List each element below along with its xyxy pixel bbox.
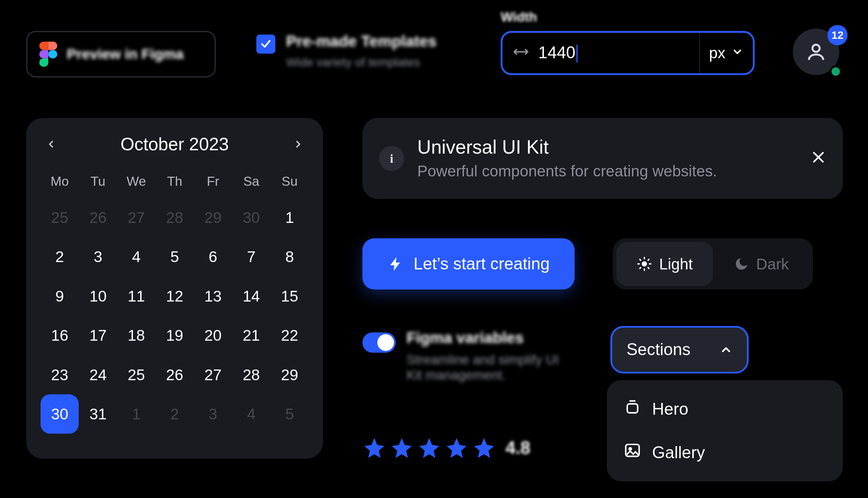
info-icon: i: [379, 146, 404, 171]
calendar-day[interactable]: 14: [232, 276, 270, 316]
calendar-day[interactable]: 11: [117, 276, 155, 316]
rating: 4.8: [362, 436, 530, 460]
calendar-day[interactable]: 4: [232, 394, 270, 433]
theme-dark-label: Dark: [756, 255, 789, 273]
premade-templates-checkbox-group: Pre-made Templates Wide variety of templ…: [256, 32, 436, 69]
chevron-left-icon: [47, 140, 56, 149]
calendar-day[interactable]: 29: [194, 198, 232, 237]
sun-icon: [637, 256, 652, 272]
svg-point-0: [813, 45, 819, 52]
calendar-day[interactable]: 20: [194, 316, 232, 355]
calendar-day[interactable]: 4: [117, 237, 155, 276]
theme-light-option[interactable]: Light: [617, 242, 713, 286]
info-banner-close-button[interactable]: [811, 149, 826, 167]
sections-dropdown-button[interactable]: Sections: [610, 326, 749, 374]
calendar-day[interactable]: 28: [155, 198, 194, 237]
sections-menu-item-hero[interactable]: Hero: [607, 387, 843, 431]
premade-templates-checkbox[interactable]: [256, 35, 275, 54]
calendar-weekday: We: [117, 166, 155, 198]
calendar-weekday: Th: [155, 166, 194, 198]
theme-dark-option[interactable]: Dark: [713, 242, 809, 286]
width-input[interactable]: 1440 px: [501, 31, 754, 75]
gallery-icon: [623, 442, 641, 463]
theme-light-label: Light: [659, 255, 692, 273]
calendar-day[interactable]: 24: [79, 355, 117, 394]
preview-in-figma-button[interactable]: Preview in Figma: [26, 31, 216, 78]
user-icon: [805, 41, 827, 63]
svg-line-9: [648, 259, 649, 260]
calendar-weekday: Su: [271, 166, 309, 198]
calendar-day[interactable]: 28: [232, 355, 270, 394]
svg-line-8: [639, 268, 640, 269]
calendar-day[interactable]: 9: [40, 276, 79, 316]
svg-point-1: [642, 261, 647, 266]
calendar-day[interactable]: 26: [155, 355, 194, 394]
calendar-day[interactable]: 15: [271, 276, 309, 316]
calendar-day[interactable]: 6: [194, 237, 232, 276]
calendar-day[interactable]: 30: [232, 198, 270, 237]
sections-menu: HeroGallery: [607, 380, 843, 482]
calendar-day[interactable]: 22: [271, 316, 309, 355]
calendar-day[interactable]: 1: [271, 198, 309, 237]
sections-label: Sections: [626, 340, 690, 359]
user-avatar[interactable]: 12: [793, 28, 844, 80]
calendar-prev-button[interactable]: [40, 133, 62, 155]
star-icon: [362, 436, 386, 460]
chevron-right-icon: [293, 140, 303, 149]
calendar-day[interactable]: 10: [79, 276, 117, 316]
calendar-day[interactable]: 3: [79, 237, 117, 276]
online-status-dot: [830, 66, 842, 78]
calendar-day[interactable]: 18: [117, 316, 155, 355]
width-unit-label: px: [709, 44, 725, 62]
star-icon: [472, 436, 496, 460]
figma-variables-toggle[interactable]: [362, 332, 396, 353]
calendar-day[interactable]: 17: [79, 316, 117, 355]
menu-item-label: Gallery: [652, 443, 705, 462]
chevron-up-icon: [719, 343, 733, 356]
calendar-day[interactable]: 2: [40, 237, 79, 276]
calendar-day[interactable]: 12: [155, 276, 194, 316]
theme-switch: Light Dark: [613, 238, 813, 289]
calendar-day[interactable]: 5: [271, 394, 309, 433]
calendar-day[interactable]: 27: [117, 198, 155, 237]
calendar-weekday: Tu: [79, 166, 117, 198]
calendar-day[interactable]: 16: [40, 316, 79, 355]
width-value: 1440: [538, 43, 690, 63]
sections-menu-item-gallery[interactable]: Gallery: [607, 431, 843, 474]
calendar-day[interactable]: 13: [194, 276, 232, 316]
chevron-down-icon: [731, 46, 743, 60]
calendar-day[interactable]: 5: [155, 237, 194, 276]
calendar-day[interactable]: 23: [40, 355, 79, 394]
calendar-day[interactable]: 21: [232, 316, 270, 355]
calendar-day[interactable]: 25: [40, 198, 79, 237]
calendar-day[interactable]: 31: [79, 394, 117, 433]
figma-logo-icon: [39, 42, 57, 67]
svg-line-6: [639, 259, 640, 260]
check-icon: [259, 38, 272, 51]
menu-item-label: Hero: [652, 399, 688, 418]
start-creating-button[interactable]: Let’s start creating: [362, 238, 575, 289]
calendar-day[interactable]: 3: [194, 394, 232, 433]
calendar-weekday: Sa: [232, 166, 270, 198]
calendar-day[interactable]: 30: [40, 394, 79, 433]
calendar-day[interactable]: 25: [117, 355, 155, 394]
notification-badge: 12: [828, 25, 848, 45]
close-icon: [811, 149, 826, 165]
info-banner-title: Universal UI Kit: [417, 136, 717, 159]
calendar-day[interactable]: 19: [155, 316, 194, 355]
calendar-day[interactable]: 7: [232, 237, 270, 276]
feature-title: Figma variables: [406, 329, 561, 348]
calendar-day[interactable]: 29: [271, 355, 309, 394]
calendar-day[interactable]: 2: [155, 394, 194, 433]
width-unit-select[interactable]: px: [699, 33, 743, 73]
calendar-next-button[interactable]: [287, 133, 309, 155]
calendar-day[interactable]: 8: [271, 237, 309, 276]
calendar-day[interactable]: 26: [79, 198, 117, 237]
star-icon: [445, 436, 468, 460]
calendar-weekday: Mo: [40, 166, 79, 198]
calendar-day[interactable]: 27: [194, 355, 232, 394]
bolt-icon: [387, 256, 404, 272]
calendar-day[interactable]: 1: [117, 394, 155, 433]
preview-in-figma-label: Preview in Figma: [67, 46, 183, 63]
calendar-weekday: Fr: [194, 166, 232, 198]
